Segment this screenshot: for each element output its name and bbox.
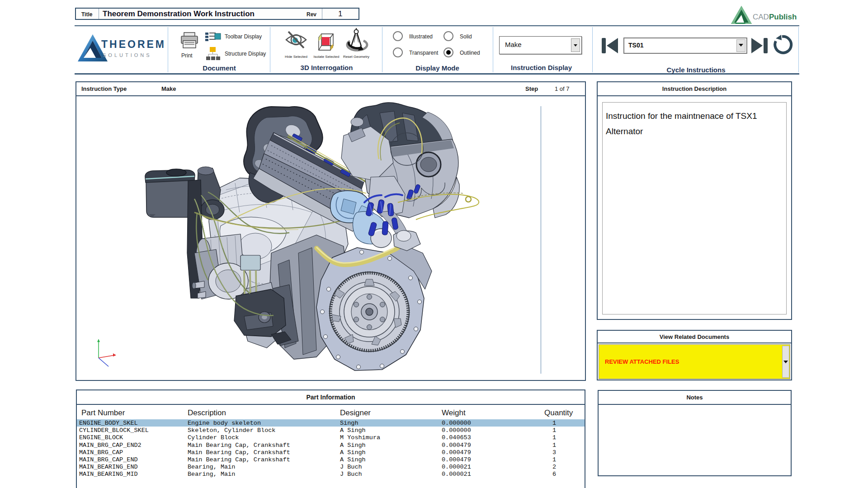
svg-text:CADPublish: CADPublish — [753, 13, 797, 21]
svg-text:SOLUTIONS: SOLUTIONS — [103, 52, 152, 58]
svg-text:THEOREM: THEOREM — [101, 38, 166, 50]
